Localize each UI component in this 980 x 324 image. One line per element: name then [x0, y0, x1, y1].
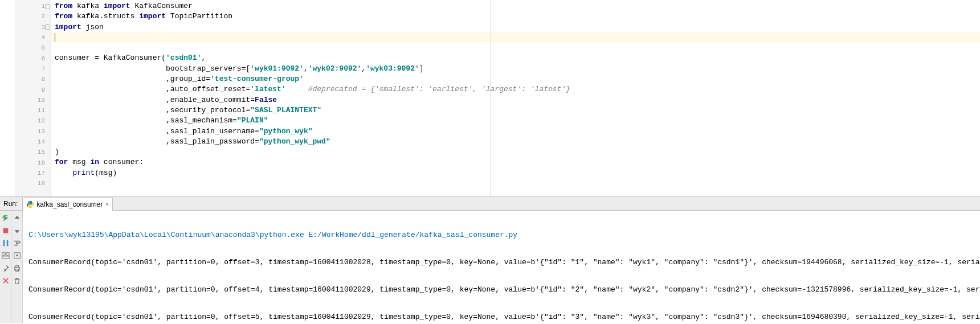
rerun-icon[interactable] [2, 214, 10, 222]
fold-icon[interactable] [44, 22, 51, 32]
stop-icon[interactable] [2, 227, 10, 235]
up-arrow-icon[interactable] [13, 214, 21, 222]
code-line[interactable]: ,security_protocol="SASL_PLAINTEXT" [51, 105, 980, 116]
line-number[interactable]: 3 [15, 22, 51, 32]
code-line[interactable]: import json [51, 22, 980, 32]
code-line[interactable]: ,group_id='test-consumer-group' [51, 74, 980, 84]
svg-rect-0 [3, 228, 8, 233]
code-line[interactable] [51, 43, 980, 53]
line-number[interactable]: 18 [15, 178, 51, 188]
run-tab[interactable]: kafka_sasl_consumer × [22, 198, 113, 211]
pause-icon[interactable] [2, 239, 10, 247]
editor-area: 1 2 3 4 5 6 7 8 9 10 11 12 13 14 15 16 1… [0, 0, 980, 197]
code-line[interactable]: from kafka.structs import TopicPartition [51, 11, 980, 22]
code-line[interactable]: ,enable_auto_commit=False [51, 95, 980, 105]
line-number[interactable]: 15 [15, 147, 51, 157]
fold-icon[interactable] [44, 1, 51, 11]
code-line[interactable]: consumer = KafkaConsumer('csdn01', [51, 53, 980, 63]
run-panel-header: Run: kafka_sasl_consumer × [0, 197, 980, 211]
line-number[interactable]: 8 [15, 74, 51, 84]
pin-icon[interactable] [2, 264, 10, 272]
python-file-icon [26, 200, 34, 208]
console-path[interactable]: C:\Users\wyk13195\AppData\Local\Continuu… [28, 230, 974, 240]
code-line[interactable]: for msg in consumer: [51, 157, 980, 167]
code-line[interactable]: print(msg) [51, 168, 980, 178]
code-line[interactable]: bootstrap_servers=['wyk01:9092','wyk02:9… [51, 64, 980, 74]
run-panel-body: C:\Users\wyk13195\AppData\Local\Continuu… [0, 211, 980, 323]
close-tab-icon[interactable]: × [105, 200, 109, 208]
line-number[interactable]: 2 [15, 11, 51, 22]
svg-rect-1 [3, 240, 5, 247]
run-toolbar-left [0, 211, 11, 323]
svg-rect-2 [6, 240, 8, 247]
line-number[interactable]: 1 [15, 1, 51, 11]
code-editor[interactable]: from kafka import KafkaConsumer from kaf… [51, 0, 980, 196]
console-record[interactable]: ConsumerRecord(topic='csdn01', partition… [28, 285, 974, 295]
code-line[interactable]: ,sasl_mechanism="PLAIN" [51, 116, 980, 126]
console-output[interactable]: C:\Users\wyk13195\AppData\Local\Continuu… [23, 211, 980, 323]
right-margin-line [490, 0, 491, 196]
layout-icon[interactable] [2, 252, 10, 260]
run-label: Run: [0, 200, 22, 208]
svg-rect-8 [15, 266, 18, 268]
breakpoint-gutter[interactable] [0, 0, 15, 196]
code-line[interactable]: ,sasl_plain_username="python_wyk" [51, 126, 980, 137]
line-number[interactable]: 9 [15, 84, 51, 95]
line-number[interactable]: 11 [15, 105, 51, 116]
line-number[interactable]: 10 [15, 95, 51, 105]
text-cursor [55, 33, 55, 42]
line-number[interactable]: 14 [15, 137, 51, 147]
svg-rect-4 [6, 253, 9, 255]
trash-icon[interactable] [13, 277, 21, 285]
close-panel-icon[interactable] [2, 277, 10, 285]
code-line[interactable]: from kafka import KafkaConsumer [51, 1, 980, 11]
line-number[interactable]: 13 [15, 126, 51, 137]
down-arrow-icon[interactable] [13, 227, 21, 235]
console-record[interactable]: ConsumerRecord(topic='csdn01', partition… [28, 257, 974, 268]
run-toolbar-left-2 [11, 211, 23, 323]
code-line[interactable]: ,sasl_plain_password="python_wyk_pwd" [51, 137, 980, 147]
line-number[interactable]: 4 [15, 32, 51, 43]
svg-rect-5 [2, 256, 9, 259]
soft-wrap-icon[interactable] [13, 239, 21, 247]
line-number[interactable]: 5 [15, 43, 51, 53]
code-line[interactable]: ,auto_offset_reset='latest' #deprecated … [51, 84, 980, 95]
code-line-current[interactable] [51, 32, 980, 43]
line-number[interactable]: 12 [15, 116, 51, 126]
run-tab-label: kafka_sasl_consumer [36, 200, 103, 208]
line-number[interactable]: 17 [15, 168, 51, 178]
code-line[interactable]: ) [51, 147, 980, 157]
line-number-gutter[interactable]: 1 2 3 4 5 6 7 8 9 10 11 12 13 14 15 16 1… [15, 0, 51, 196]
scroll-end-icon[interactable] [13, 252, 21, 260]
console-record[interactable]: ConsumerRecord(topic='csdn01', partition… [28, 312, 974, 322]
svg-rect-3 [2, 253, 5, 255]
print-icon[interactable] [13, 264, 21, 272]
line-number[interactable]: 6 [15, 53, 51, 63]
line-number[interactable]: 16 [15, 157, 51, 167]
line-number[interactable]: 7 [15, 64, 51, 74]
code-line[interactable] [51, 178, 980, 188]
